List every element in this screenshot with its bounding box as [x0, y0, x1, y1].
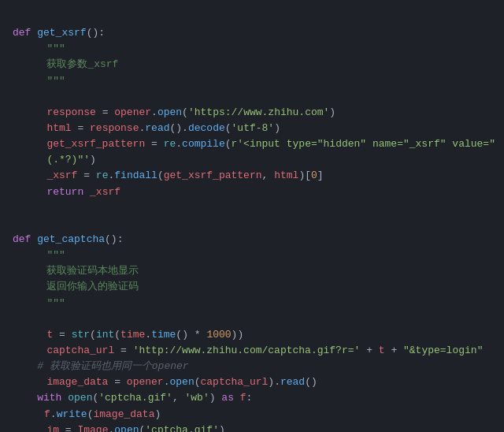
- str-url: 'https://www.zhihu.com': [188, 106, 329, 118]
- docstring-line1: 获取参数_xsrf: [46, 58, 118, 70]
- var-f: f: [240, 392, 246, 404]
- docstring2-close: """: [46, 297, 65, 309]
- var-html2: html: [274, 169, 298, 181]
- var-im: im: [46, 424, 59, 432]
- docstring2-line1: 获取验证码本地显示: [46, 265, 139, 277]
- var-f2: f: [44, 408, 50, 420]
- str-captcha-base: 'http://www.zhihu.com/captcha.gif?r=': [133, 344, 361, 356]
- var-image-data: image_data: [46, 376, 108, 388]
- var-xsrf-ret: _xsrf: [90, 186, 120, 198]
- str-pattern: r'<input type="hidden" name="_xsrf" valu…: [232, 138, 495, 150]
- method-read: read: [145, 122, 169, 134]
- builtin-str: str: [72, 329, 90, 341]
- module-re2: re: [96, 169, 109, 181]
- method-findall: findall: [114, 169, 158, 181]
- str-pattern-cont: (.*?)"': [46, 154, 90, 166]
- docstring2-line2: 返回你输入的验证码: [46, 281, 139, 292]
- var-xsrf: _xsrf: [46, 169, 77, 181]
- var-opener: opener: [114, 106, 151, 118]
- method-write: write: [57, 408, 87, 420]
- var-response: response: [46, 106, 95, 118]
- function-name-get-xsrf: get_xsrf: [37, 27, 86, 39]
- builtin-int: int: [96, 329, 114, 341]
- method-open: open: [158, 106, 182, 118]
- docstring-close: """: [46, 75, 65, 87]
- comment-opener: # 获取验证码也用同一个opener: [13, 360, 189, 372]
- num-0: 0: [311, 169, 317, 181]
- method-decode: decode: [188, 122, 225, 134]
- num-1000: 1000: [206, 329, 231, 341]
- keyword-def: def: [13, 27, 31, 39]
- method-open2: open: [169, 376, 194, 388]
- var-html: html: [46, 122, 71, 134]
- keyword-as: as: [221, 392, 234, 404]
- method-compile: compile: [182, 138, 225, 150]
- builtin-open: open: [68, 392, 92, 404]
- method-image-open: open: [114, 424, 139, 432]
- module-image: Image: [77, 424, 108, 432]
- module-re: re: [164, 138, 176, 150]
- function-name-get-captcha: get_captcha: [37, 233, 105, 245]
- docstring-open: """: [46, 43, 65, 54]
- keyword-def2: def: [13, 233, 31, 245]
- str-utf8: 'utf-8': [232, 122, 275, 134]
- var-t2: t: [379, 344, 385, 356]
- var-response2: response: [90, 122, 139, 134]
- module-time: time: [120, 329, 145, 341]
- str-cptcha-gif: 'cptcha.gif': [98, 392, 172, 404]
- str-wb: 'wb': [185, 392, 209, 404]
- code-editor: def get_xsrf(): """ 获取参数_xsrf """ respon…: [0, 0, 504, 432]
- method-read2: read: [280, 376, 305, 388]
- var-t: t: [46, 329, 53, 341]
- var-opener2: opener: [127, 376, 164, 388]
- keyword-with: with: [13, 392, 61, 404]
- method-time: time: [151, 329, 176, 341]
- var-captcha-url: captcha_url: [46, 344, 114, 356]
- var-pattern2: get_xsrf_pattern: [164, 169, 262, 181]
- var-image-data2: image_data: [93, 408, 154, 420]
- var-pattern: get_xsrf_pattern: [46, 138, 145, 150]
- docstring2-open: """: [46, 249, 65, 261]
- str-captcha-type: "&type=login": [403, 344, 483, 356]
- var-captcha-url2: captcha_url: [201, 376, 269, 388]
- keyword-return1: return: [46, 186, 83, 198]
- str-cptcha-gif2: 'cptcha.gif': [145, 424, 219, 432]
